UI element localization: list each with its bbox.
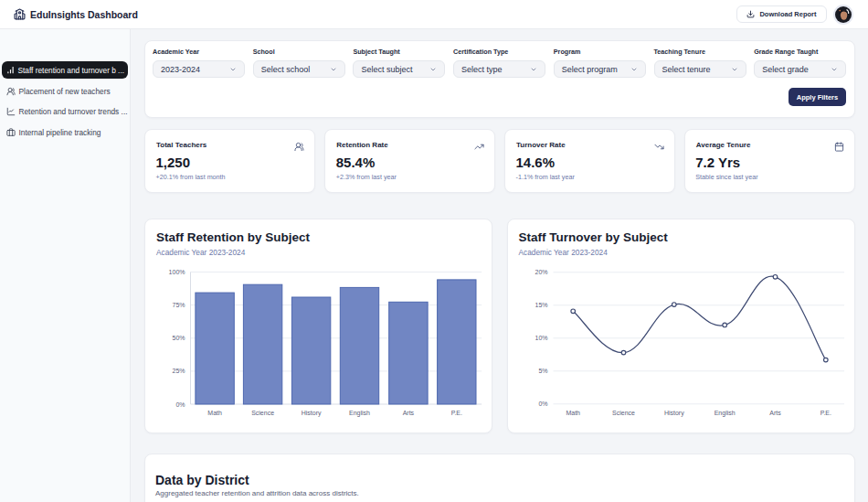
svg-text:English: English [349,410,370,417]
svg-text:Arts: Arts [769,410,781,416]
svg-text:Math: Math [207,410,222,416]
svg-text:Science: Science [612,410,635,416]
svg-text:History: History [302,410,322,417]
svg-text:Math: Math [566,410,580,416]
svg-text:25%: 25% [172,368,185,374]
svg-text:50%: 50% [172,335,185,341]
svg-text:10%: 10% [535,335,547,341]
svg-text:English: English [714,410,735,417]
svg-text:P.E.: P.E. [820,410,831,416]
svg-text:P.E.: P.E. [451,410,462,416]
svg-text:History: History [663,410,683,417]
svg-text:0%: 0% [175,401,185,408]
svg-text:0%: 0% [538,401,547,407]
svg-text:Arts: Arts [403,410,415,416]
svg-text:100%: 100% [169,269,185,275]
svg-text:75%: 75% [172,302,185,308]
svg-text:Science: Science [251,410,274,416]
svg-text:20%: 20% [535,269,547,275]
svg-text:15%: 15% [535,302,547,308]
svg-text:5%: 5% [538,368,547,374]
